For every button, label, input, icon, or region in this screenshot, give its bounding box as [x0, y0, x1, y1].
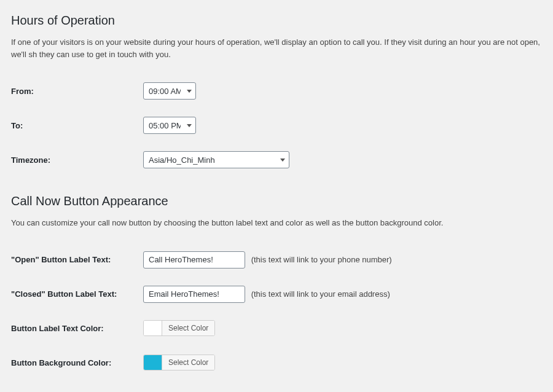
timezone-label: Timezone:: [11, 143, 143, 177]
open-button-text-input[interactable]: [143, 251, 245, 269]
bg-color-select-button[interactable]: Select Color: [162, 355, 214, 370]
from-label: From:: [11, 74, 143, 108]
closed-button-text-input[interactable]: [143, 286, 245, 303]
text-color-swatch: [144, 321, 162, 335]
hours-section-description: If one of your visitors is on your websi…: [11, 36, 542, 60]
appearance-section-title: Call Now Button Appearance: [11, 194, 542, 208]
to-label: To:: [11, 108, 143, 143]
closed-button-label: "Closed" Button Label Text:: [11, 277, 143, 312]
appearance-form-table: "Open" Button Label Text: (this text wil…: [11, 243, 542, 380]
bg-color-label: Button Background Color:: [11, 346, 143, 380]
appearance-section-description: You can customize your call now button b…: [11, 217, 542, 229]
open-button-hint: (this text will link to your phone numbe…: [251, 255, 392, 264]
text-color-select-button[interactable]: Select Color: [162, 321, 214, 335]
timezone-select[interactable]: Asia/Ho_Chi_Minh: [143, 151, 289, 168]
text-color-picker[interactable]: Select Color: [143, 320, 215, 336]
to-time-select[interactable]: 05:00 PM: [143, 117, 196, 134]
closed-button-hint: (this text will link to your email addre…: [251, 289, 390, 299]
hours-form-table: From: 09:00 AM To: 05:00 PM Timezone: As…: [11, 74, 542, 177]
text-color-label: Button Label Text Color:: [11, 312, 143, 346]
open-button-label: "Open" Button Label Text:: [11, 243, 143, 277]
bg-color-picker[interactable]: Select Color: [143, 355, 215, 370]
from-time-select[interactable]: 09:00 AM: [143, 82, 196, 100]
hours-section-title: Hours of Operation: [11, 14, 542, 28]
bg-color-swatch: [144, 355, 162, 370]
